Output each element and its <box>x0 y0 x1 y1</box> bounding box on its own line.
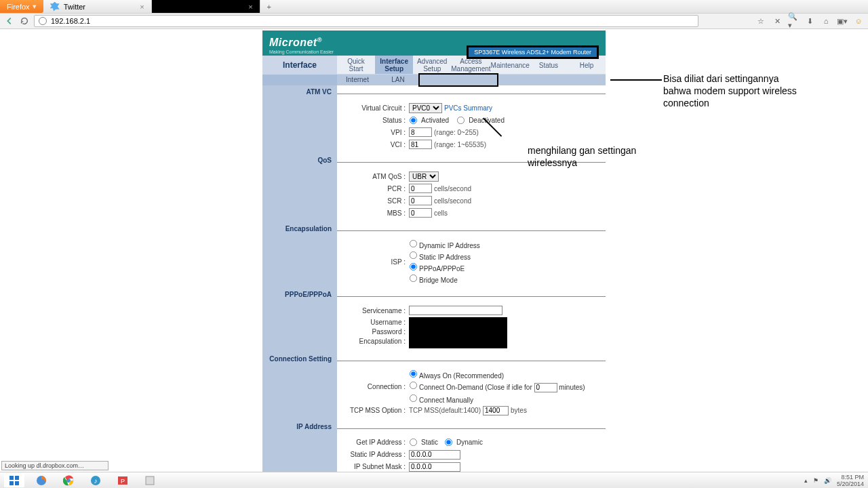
subnav-lan[interactable]: LAN <box>378 75 418 85</box>
label-vci: VCI : <box>342 141 409 148</box>
router-header: Micronet® Making Communication Easier SP… <box>262 30 606 56</box>
section-encapsulation: Encapsulation <box>262 222 337 235</box>
taskbar: ♪ P ▴ ⚑ 🔊 8:51 PM 5/20/2014 <box>0 472 868 488</box>
nav-quick-start[interactable]: QuickStart <box>337 56 375 74</box>
stop-icon[interactable]: ✕ <box>772 16 783 26</box>
label-password: Password : <box>342 328 406 336</box>
input-servicename[interactable] <box>409 306 502 315</box>
input-scr[interactable] <box>409 196 432 205</box>
annotation-1: Bisa diliat dari settingannya bahwa mode… <box>663 73 799 109</box>
label-pcr: PCR : <box>342 185 409 192</box>
taskbar-firefox-icon[interactable] <box>31 474 52 487</box>
input-static-ip[interactable] <box>409 450 460 460</box>
close-icon[interactable]: × <box>140 3 144 11</box>
page-title: Interface <box>262 56 337 74</box>
label-virtual-circuit: Virtual Circuit : <box>342 104 409 112</box>
radio-on-demand[interactable] <box>410 382 417 389</box>
globe-icon <box>39 17 47 25</box>
nav-interface-setup[interactable]: InterfaceSetup <box>375 56 413 74</box>
annotation-2: menghilang gan settingan wirelessnya <box>528 144 663 169</box>
tray-clock[interactable]: 8:51 PM 5/20/2014 <box>837 474 864 487</box>
tray-flag-icon[interactable]: ⚑ <box>813 477 818 484</box>
taskbar-chrome-icon[interactable] <box>58 474 79 487</box>
svg-rect-1 <box>15 476 19 480</box>
input-idle-minutes[interactable] <box>534 383 557 392</box>
svg-rect-0 <box>9 476 14 480</box>
tray-volume-icon[interactable]: 🔊 <box>824 477 831 484</box>
svg-text:P: P <box>121 478 125 485</box>
twitter-icon <box>50 2 60 12</box>
label-isp: ISP : <box>342 258 409 266</box>
select-virtual-circuit[interactable]: PVC0 <box>409 103 442 113</box>
bookmark-menu-icon[interactable]: ▣▾ <box>837 16 848 26</box>
label-tcp-mss: TCP MSS Option : <box>342 407 409 414</box>
radio-static[interactable] <box>410 439 417 446</box>
radio-static-ip[interactable] <box>410 251 417 259</box>
url-text: 192.168.2.1 <box>51 17 90 25</box>
star-icon[interactable]: ☆ <box>755 16 766 26</box>
label-connection: Connection : <box>342 383 409 390</box>
close-icon[interactable]: × <box>248 3 252 11</box>
new-tab-button[interactable]: + <box>260 0 278 13</box>
label-static-ip: Static IP Address : <box>342 451 409 458</box>
label-scr: SCR : <box>342 197 409 205</box>
section-pppoe-pppoa: PPPoE/PPPoA <box>262 288 337 301</box>
svg-rect-11 <box>146 476 154 485</box>
taskbar-itunes-icon[interactable]: ♪ <box>85 474 106 487</box>
radio-activated[interactable] <box>410 116 417 123</box>
svg-rect-3 <box>15 481 19 485</box>
label-vpi: VPI : <box>342 129 409 136</box>
input-vpi[interactable] <box>409 127 432 137</box>
firefox-menu-button[interactable]: Firefox <box>0 0 43 13</box>
input-subnet-mask[interactable] <box>409 462 460 472</box>
label-atm-qos: ATM QoS : <box>342 173 409 180</box>
brand-logo: Micronet® <box>269 37 322 49</box>
section-atm-vc: ATM VC <box>262 85 337 98</box>
download-icon[interactable]: ⬇ <box>804 16 815 26</box>
radio-always-on[interactable] <box>410 370 417 378</box>
label-servicename: Servicename : <box>342 307 409 314</box>
label-mbs: MBS : <box>342 209 409 217</box>
annotation-line-1 <box>610 79 662 81</box>
start-button[interactable] <box>4 474 24 487</box>
home-icon[interactable]: ⌂ <box>821 16 831 26</box>
reload-icon[interactable] <box>19 16 30 26</box>
label-get-ip: Get IP Address : <box>342 439 409 446</box>
subnav-wireless-missing <box>418 73 498 87</box>
input-vci[interactable] <box>409 140 432 149</box>
input-tcp-mss[interactable] <box>483 406 509 415</box>
section-qos: QoS <box>262 154 337 167</box>
label-username: Username : <box>342 319 406 326</box>
select-atm-qos[interactable]: UBR <box>409 171 439 182</box>
sub-nav: Internet LAN <box>262 75 606 85</box>
tray-up-icon[interactable]: ▴ <box>804 477 808 484</box>
tab-twitter[interactable]: Twitter × <box>43 0 152 13</box>
section-connection-setting: Connection Setting <box>262 352 337 365</box>
input-mbs[interactable] <box>409 208 432 218</box>
input-pcr[interactable] <box>409 184 432 193</box>
label-subnet-mask: IP Subnet Mask : <box>342 463 409 470</box>
radio-deactivated[interactable] <box>457 116 465 123</box>
label-status: Status : <box>342 117 409 124</box>
svg-text:♪: ♪ <box>94 477 98 485</box>
search-icon[interactable]: 🔍▾ <box>788 16 799 26</box>
tab-redacted[interactable]: × <box>152 0 260 13</box>
smiley-icon[interactable]: ☺ <box>853 16 864 26</box>
subnav-internet[interactable]: Internet <box>337 75 378 85</box>
radio-bridge-mode[interactable] <box>410 274 417 282</box>
radio-dynamic-ip[interactable] <box>410 240 417 247</box>
radio-dynamic[interactable] <box>445 439 452 446</box>
tab-label: Twitter <box>64 3 85 11</box>
url-input[interactable]: 192.168.2.1 <box>34 15 698 27</box>
label-encapsulation: Encapsulation : <box>342 338 406 345</box>
firefox-label: Firefox <box>7 3 30 11</box>
status-bar: Looking up dl.dropbox.com… <box>1 461 108 470</box>
back-icon[interactable] <box>4 16 15 26</box>
link-pvcs-summary[interactable]: PVCs Summary <box>444 104 492 112</box>
radio-pppoa-pppoe[interactable] <box>410 263 417 270</box>
radio-connect-manually[interactable] <box>410 394 417 401</box>
nav-advanced-setup[interactable]: AdvancedSetup <box>413 56 451 74</box>
taskbar-app-icon[interactable] <box>140 474 160 487</box>
taskbar-powerpoint-icon[interactable]: P <box>113 474 133 487</box>
svg-rect-2 <box>9 481 14 485</box>
